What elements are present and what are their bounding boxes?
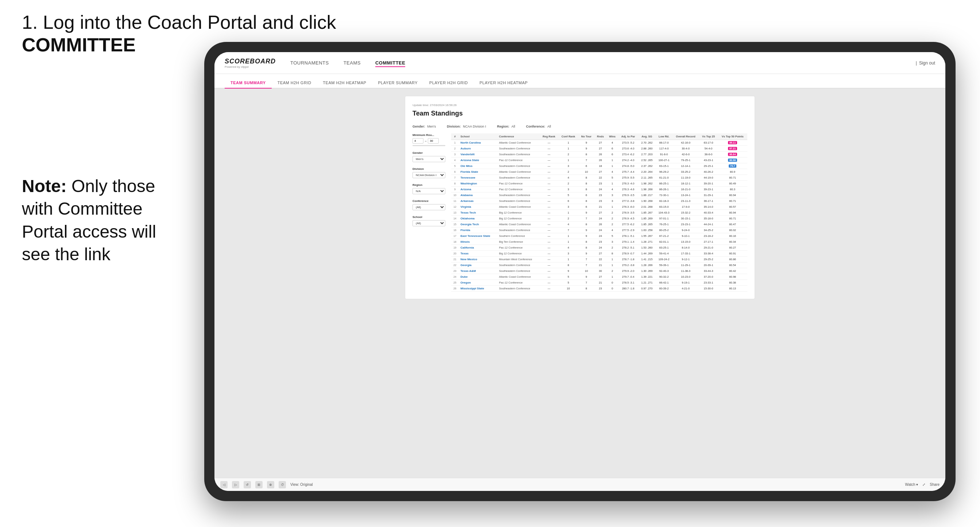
expand-btn[interactable]: ⤢ xyxy=(923,483,925,487)
cell-school[interactable]: Arizona xyxy=(459,187,498,192)
cell-adj-par: 276.9 -3.5 xyxy=(618,192,638,198)
cell-low-rd: 86-25-1 xyxy=(655,181,672,187)
top-nav: SCOREBOARD Powered by clippd TOURNAMENTS… xyxy=(215,52,945,74)
table-row: 23 Texas A&M Southeastern Conference — 9… xyxy=(451,268,747,274)
toolbar-next-btn[interactable]: ▷ xyxy=(232,481,239,488)
cell-adj-par: 277.5 -2.9 xyxy=(618,227,638,233)
cell-school[interactable]: Illinois xyxy=(459,239,498,245)
cell-low-rd: 117-4-0 xyxy=(655,146,672,152)
region-select[interactable]: N/A xyxy=(412,188,445,194)
tab-team-summary[interactable]: TEAM SUMMARY xyxy=(225,78,272,89)
min-rounds-input[interactable] xyxy=(412,138,423,144)
cell-school[interactable]: Oregon xyxy=(459,280,498,286)
tab-player-summary[interactable]: PLAYER SUMMARY xyxy=(372,78,423,88)
cell-adj-par: 273.4 -6.2 xyxy=(618,152,638,157)
cell-school[interactable]: Mississippi State xyxy=(459,286,498,292)
tab-team-h2h-heatmap[interactable]: TEAM H2H HEATMAP xyxy=(317,78,372,88)
cell-school[interactable]: Florida State xyxy=(459,169,498,175)
cell-rank: 6 xyxy=(451,169,459,175)
cell-vs-top25: 20-39-1 xyxy=(699,262,718,268)
tab-player-h2h-grid[interactable]: PLAYER H2H GRID xyxy=(423,78,474,88)
cell-wins: 5 xyxy=(606,233,618,239)
gender-select[interactable]: Men's xyxy=(412,156,445,162)
toolbar-clock-icon: ⏱ xyxy=(278,481,286,488)
cell-school[interactable]: New Mexico xyxy=(459,257,498,262)
tablet-frame: SCOREBOARD Powered by clippd TOURNAMENTS… xyxy=(204,42,956,501)
cell-reg-rank: — xyxy=(539,239,558,245)
table-row: 5 Ole Miss Southeastern Conference — 3 6… xyxy=(451,163,747,169)
cell-low-rd: 97-01-1 xyxy=(655,216,672,222)
cell-conf-rank: 1 xyxy=(558,257,578,262)
cell-school[interactable]: East Tennessee State xyxy=(459,233,498,239)
cell-conference: Southeastern Conference xyxy=(497,163,539,169)
cell-conference: Big 12 Conference xyxy=(497,251,539,257)
nav-tournaments[interactable]: TOURNAMENTS xyxy=(290,59,329,67)
cell-school[interactable]: Alabama xyxy=(459,192,498,198)
cell-school[interactable]: Georgia Tech xyxy=(459,222,498,227)
toolbar-prev-btn[interactable]: ◁ xyxy=(220,481,228,488)
conference-select[interactable]: (All) xyxy=(412,204,445,210)
cell-school[interactable]: Ole Miss xyxy=(459,163,498,169)
table-row: 18 Illinois Big Ten Conference — 1 8 23 … xyxy=(451,239,747,245)
cell-rnds: 26 xyxy=(595,152,606,157)
share-btn[interactable]: Share xyxy=(930,483,940,487)
cell-wins: 2 xyxy=(606,268,618,274)
cell-conf-rank: 4 xyxy=(558,245,578,251)
nav-committee[interactable]: COMMITTEE xyxy=(375,59,406,67)
toolbar-view-btn[interactable]: View: Original xyxy=(290,483,313,487)
cell-school[interactable]: Auburn xyxy=(459,146,498,152)
cell-school[interactable]: California xyxy=(459,245,498,251)
cell-school[interactable]: Washington xyxy=(459,181,498,187)
cell-overall-record: 23-11-3 xyxy=(673,198,699,204)
cell-school[interactable]: Texas A&M xyxy=(459,268,498,274)
cell-school[interactable]: Oklahoma xyxy=(459,216,498,222)
tab-team-h2h-grid[interactable]: TEAM H2H GRID xyxy=(272,78,317,88)
cell-school[interactable]: Texas xyxy=(459,251,498,257)
watch-btn[interactable]: Watch ▾ xyxy=(905,483,918,487)
cell-school[interactable]: North Carolina xyxy=(459,140,498,146)
cell-vs-top25: 39-20-1 xyxy=(699,181,718,187)
cell-school[interactable]: Arkansas xyxy=(459,198,498,204)
toolbar-refresh-btn[interactable]: ↺ xyxy=(243,481,251,488)
cell-vs-top25: 29-25-2 xyxy=(699,257,718,262)
table-row: 8 Washington Pac-12 Conference — 2 8 23 … xyxy=(451,181,747,187)
cell-conference: Atlantic Coast Conference xyxy=(497,222,539,227)
cell-overall-record: 17-9-0 xyxy=(673,204,699,210)
cell-wins: 4 xyxy=(606,187,618,192)
table-row: 2 Auburn Southeastern Conference — 1 9 2… xyxy=(451,146,747,152)
table-row: 7 Tennessee Southeastern Conference — 4 … xyxy=(451,175,747,181)
filter-gender: Gender: Men's xyxy=(412,125,436,128)
cell-vs-top50-pts: 80.13 xyxy=(718,286,747,292)
nav-teams[interactable]: TEAMS xyxy=(344,59,361,67)
cell-overall-record: 13-15-0 xyxy=(673,239,699,245)
table-row: 13 Texas Tech Big 12 Conference — 1 9 27… xyxy=(451,210,747,216)
cell-conference: Pac-12 Conference xyxy=(497,181,539,187)
table-row: 15 Georgia Tech Atlantic Coast Conferenc… xyxy=(451,222,747,227)
cell-school[interactable]: Virginia xyxy=(459,204,498,210)
toolbar-zoom-btn[interactable]: ⊞ xyxy=(255,481,262,488)
cell-avg-sg: 1.86 .217 xyxy=(638,192,656,198)
sub-nav: TEAM SUMMARY TEAM H2H GRID TEAM H2H HEAT… xyxy=(215,74,945,89)
cell-low-rd: 96-29-2 xyxy=(655,169,672,175)
cell-rank: 9 xyxy=(451,187,459,192)
division-select[interactable]: NCAA Division I xyxy=(412,172,445,178)
cell-school[interactable]: Texas Tech xyxy=(459,210,498,216)
toolbar-bookmark-btn[interactable]: ⊕ xyxy=(267,481,274,488)
cell-conf-rank: 3 xyxy=(558,187,578,192)
max-rounds-input[interactable] xyxy=(428,138,439,144)
cell-school[interactable]: Arizona State xyxy=(459,157,498,163)
cell-low-rd: 59-39-1 xyxy=(655,262,672,268)
sign-out-link[interactable]: Sign out xyxy=(919,60,935,66)
cell-wins: 1 xyxy=(606,257,618,262)
tab-player-h2h-heatmap[interactable]: PLAYER H2H HEATMAP xyxy=(474,78,534,88)
cell-school[interactable]: Florida xyxy=(459,227,498,233)
cell-reg-rank: — xyxy=(539,157,558,163)
school-select[interactable]: (All) xyxy=(412,220,445,226)
cell-school[interactable]: Georgia xyxy=(459,262,498,268)
cell-wins: 1 xyxy=(606,274,618,280)
cell-school[interactable]: Vanderbilt xyxy=(459,152,498,157)
cell-school[interactable]: Duke xyxy=(459,274,498,280)
cell-vs-top50-pts: 80.71 xyxy=(718,198,747,204)
cell-rank: 12 xyxy=(451,204,459,210)
cell-school[interactable]: Tennessee xyxy=(459,175,498,181)
